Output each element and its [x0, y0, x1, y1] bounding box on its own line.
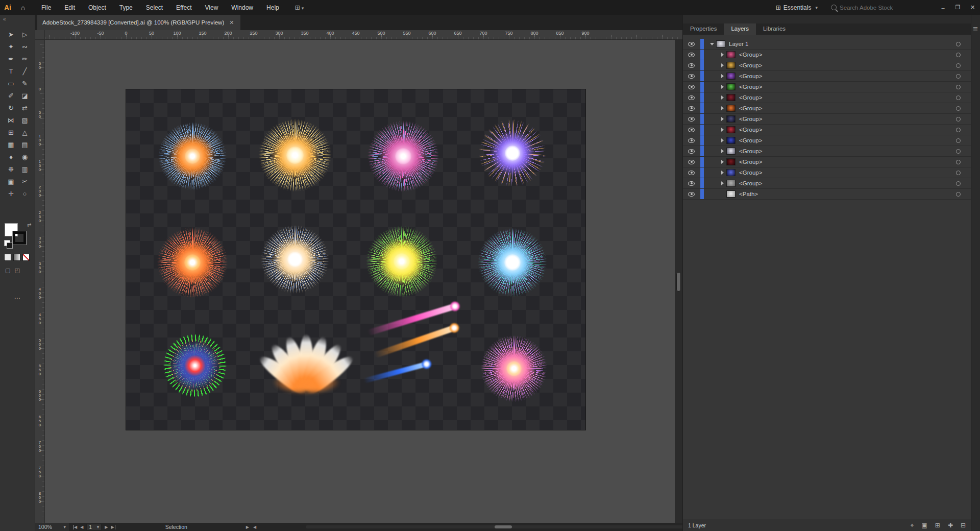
target-icon[interactable]	[956, 85, 961, 89]
visibility-toggle[interactable]	[683, 103, 700, 113]
firework-purple-sparkle[interactable]	[470, 110, 555, 196]
visibility-toggle[interactable]	[683, 167, 700, 178]
eraser-tool[interactable]: ◪	[18, 89, 32, 102]
perspective-grid-tool[interactable]: △	[18, 126, 32, 138]
layer-row[interactable]: <Group>	[683, 71, 971, 82]
default-fill-stroke-icon[interactable]	[4, 240, 10, 246]
direct-selection-tool[interactable]: ▷	[18, 28, 32, 40]
gradient-tool[interactable]: ▤	[18, 138, 32, 151]
firework-white-gold[interactable]	[251, 215, 339, 303]
menu-help[interactable]: Help	[260, 4, 286, 11]
rotate-tool[interactable]: ↻	[4, 102, 18, 114]
swap-fill-stroke-icon[interactable]: ⇄	[27, 222, 31, 228]
workspace-switcher[interactable]: ⊞ Essentials ▾	[776, 4, 818, 11]
close-tab-icon[interactable]: ✕	[229, 19, 234, 26]
expand-chevron[interactable]	[718, 95, 726, 100]
target-icon[interactable]	[956, 117, 961, 122]
locate-object-icon[interactable]: ⌖	[911, 522, 914, 529]
close-button[interactable]: ✕	[965, 0, 980, 15]
panel-menu-icon[interactable]: ☰	[973, 26, 978, 33]
restore-button[interactable]: ❐	[950, 0, 965, 15]
expand-chevron[interactable]	[718, 117, 726, 121]
magic-wand-tool[interactable]: ✦	[4, 40, 18, 53]
expand-chevron[interactable]	[718, 63, 726, 67]
document-tab[interactable]: AdobeStock_273984339 [Converted].ai @ 10…	[37, 15, 240, 30]
target-icon[interactable]	[956, 53, 961, 57]
layer-row[interactable]: <Group>	[683, 125, 971, 135]
eyedropper-tool[interactable]: ♦	[4, 151, 18, 163]
visibility-toggle[interactable]	[683, 50, 700, 60]
expand-chevron[interactable]	[718, 160, 726, 164]
make-clip-mask-icon[interactable]: ▣	[921, 522, 927, 529]
shaper-tool[interactable]: ✐	[4, 89, 18, 102]
menu-view[interactable]: View	[199, 4, 225, 11]
rectangle-tool[interactable]: ▭	[4, 77, 18, 89]
menu-edit[interactable]: Edit	[58, 4, 82, 11]
expand-chevron[interactable]	[718, 128, 726, 132]
firework-teal-purple[interactable]	[468, 218, 557, 307]
layer-row[interactable]: <Group>	[683, 114, 971, 125]
layer-row[interactable]: <Group>	[683, 103, 971, 114]
hand-tool[interactable]: ✛	[4, 187, 18, 200]
curvature-tool[interactable]: ✏	[18, 53, 32, 65]
next-artboard-icon[interactable]: ▶	[105, 525, 108, 529]
artboard[interactable]	[126, 89, 585, 430]
vertical-scrollbar[interactable]	[675, 40, 682, 523]
delete-selection-icon[interactable]: ⊟	[961, 522, 966, 529]
layer-row[interactable]: <Group>	[683, 92, 971, 103]
menu-file[interactable]: File	[35, 4, 58, 11]
expand-chevron[interactable]	[718, 138, 726, 142]
adobe-stock-search[interactable]	[831, 5, 920, 11]
menu-type[interactable]: Type	[113, 4, 139, 11]
visibility-toggle[interactable]	[683, 39, 700, 49]
vertical-scrollbar-thumb[interactable]	[676, 272, 681, 292]
expand-chevron[interactable]	[718, 171, 726, 175]
visibility-toggle[interactable]	[683, 189, 700, 199]
collapse-panel-icon[interactable]: «	[3, 16, 6, 22]
target-icon[interactable]	[956, 128, 961, 132]
zoom-tool[interactable]: ○	[18, 187, 32, 200]
menu-select[interactable]: Select	[139, 4, 169, 11]
gradient-mode-button[interactable]	[13, 254, 20, 261]
zoom-level-dropdown[interactable]: 100% ▾	[35, 523, 69, 531]
layer-row[interactable]: <Group>	[683, 167, 971, 178]
illustrator-logo[interactable]: Ai	[0, 4, 15, 12]
color-mode-button[interactable]	[4, 254, 11, 261]
target-icon[interactable]	[956, 160, 961, 164]
width-tool[interactable]: ⋈	[4, 114, 18, 126]
expand-chevron[interactable]	[718, 106, 726, 110]
home-icon[interactable]: ⌂	[15, 4, 31, 12]
visibility-toggle[interactable]	[683, 71, 700, 81]
arrange-documents-icon[interactable]: ⊞▾	[295, 4, 304, 11]
target-icon[interactable]	[956, 171, 961, 175]
expand-chevron[interactable]	[718, 149, 726, 153]
first-artboard-icon[interactable]: ◀	[73, 525, 77, 529]
target-icon[interactable]	[956, 106, 961, 111]
visibility-toggle[interactable]	[683, 82, 700, 92]
menu-object[interactable]: Object	[82, 4, 113, 11]
stroke-color-swatch[interactable]	[13, 231, 26, 245]
firework-blue-orange[interactable]	[149, 112, 236, 200]
firework-comet-streaks[interactable]	[364, 316, 471, 403]
layer-row[interactable]: <Group>	[683, 60, 971, 71]
target-icon[interactable]	[956, 42, 961, 46]
visibility-toggle[interactable]	[683, 114, 700, 124]
layer-row[interactable]: <Group>	[683, 82, 971, 92]
draw-normal-icon[interactable]: ▢	[5, 267, 10, 274]
target-icon[interactable]	[956, 138, 961, 143]
free-transform-tool[interactable]: ▧	[18, 114, 32, 126]
lasso-tool[interactable]: ∾	[18, 40, 32, 53]
visibility-toggle[interactable]	[683, 125, 700, 135]
layer-row[interactable]: <Group>	[683, 178, 971, 189]
canvas-pasteboard[interactable]	[45, 40, 675, 523]
tab-properties[interactable]: Properties	[683, 23, 724, 35]
target-icon[interactable]	[956, 181, 961, 186]
edit-toolbar-icon[interactable]: ⋯	[0, 295, 35, 302]
visibility-toggle[interactable]	[683, 60, 700, 70]
blend-tool[interactable]: ◉	[18, 151, 32, 163]
firework-red[interactable]	[147, 217, 238, 308]
layer-row[interactable]: <Group>	[683, 146, 971, 157]
target-icon[interactable]	[956, 192, 961, 197]
none-mode-button[interactable]	[22, 254, 30, 261]
search-input[interactable]	[840, 5, 916, 11]
